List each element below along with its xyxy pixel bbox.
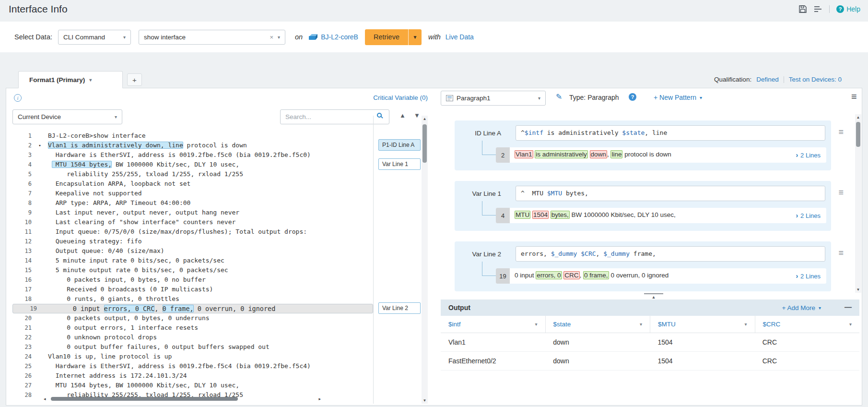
- output-column-header[interactable]: $CRC▾: [755, 316, 860, 333]
- line-number: 18: [12, 294, 32, 304]
- code-line[interactable]: 1BJ-L2-coreB>show interface: [12, 131, 373, 141]
- pattern-scrollbar[interactable]: ▲ ▼: [855, 114, 861, 293]
- menu-icon[interactable]: ≡: [851, 91, 857, 102]
- code-line[interactable]: 12 Queueing strategy: fifo: [12, 237, 373, 246]
- command-input[interactable]: [144, 34, 270, 41]
- code-line[interactable]: 21 0 output errors, 1 interface resets: [12, 323, 373, 333]
- help-button[interactable]: ? Help: [836, 5, 860, 13]
- pattern-menu-icon[interactable]: ≡: [838, 248, 844, 258]
- pattern-regex-input[interactable]: errors, $_dummy $CRC, $_dummy frame,: [516, 246, 825, 262]
- code-line[interactable]: 27 MTU 1504 bytes, BW 1000000 Kbit/sec, …: [12, 381, 373, 390]
- pattern-regex-input[interactable]: ^$intf is administratively $state, line: [516, 125, 825, 141]
- scroll-left-icon[interactable]: ◂: [44, 396, 46, 401]
- horizontal-scrollbar[interactable]: ◂ ▸: [44, 396, 321, 402]
- scroll-right-icon[interactable]: ▸: [318, 396, 321, 401]
- output-column-header[interactable]: $intf▾: [441, 316, 546, 333]
- retrieve-label: Retrieve: [365, 33, 408, 41]
- code-line[interactable]: 7 Keepalive not supported: [12, 189, 373, 198]
- scroll-up-icon[interactable]: ▲: [855, 115, 861, 120]
- test-on-devices-link[interactable]: Test on Devices: 0: [789, 76, 842, 83]
- code-line[interactable]: 4 MTU 1504 bytes, BW 1000000 Kbit/sec, D…: [12, 160, 373, 169]
- code-line[interactable]: 8 ARP type: ARPA, ARP Timeout 04:00:00: [12, 198, 373, 208]
- device-link[interactable]: BJ-L2-coreB: [308, 33, 358, 41]
- code-line[interactable]: 13 Output queue: 0/40 (size/max): [12, 246, 373, 256]
- output-columns: $intf▾$state▾$MTU▾$CRC▾: [441, 316, 859, 333]
- data-type-select[interactable]: CLI Command ▾: [58, 30, 131, 45]
- code-line[interactable]: 14 5 minute input rate 0 bits/sec, 0 pac…: [12, 256, 373, 265]
- scrollbar-thumb[interactable]: [422, 124, 427, 163]
- pattern-line-label[interactable]: Var Line 2: [378, 302, 421, 314]
- code-line[interactable]: 18 0 runts, 0 giants, 0 throttles: [12, 294, 373, 304]
- match-segment: 0 input: [515, 272, 536, 279]
- code-segment: reliability 255/255, txload 1/255, rxloa…: [48, 170, 243, 178]
- expand-lines-link[interactable]: ›2 Lines: [796, 147, 826, 163]
- code-line[interactable]: 24Vlan10 is up, line protocol is up: [12, 352, 373, 361]
- scroll-down-icon[interactable]: ▼: [422, 398, 428, 403]
- code-line[interactable]: 25 Hardware is EtherSVI, address is 0019…: [12, 361, 373, 371]
- pattern-line-label[interactable]: P1-ID Line A: [378, 139, 421, 151]
- fold-icon[interactable]: ▾: [32, 141, 48, 150]
- pattern-selector[interactable]: Paragraph1 ▾: [441, 91, 546, 106]
- code-line[interactable]: 19 0 input errors, 0 CRC, 0 frame, 0 ove…: [12, 304, 373, 313]
- log-list-icon[interactable]: [814, 5, 822, 13]
- chevron-down-icon[interactable]: ▾: [278, 35, 280, 40]
- code-line[interactable]: 20 0 packets output, 0 bytes, 0 underrun…: [12, 313, 373, 323]
- code-line[interactable]: 9 Last input never, output never, output…: [12, 208, 373, 217]
- add-more-link[interactable]: + Add More ▾: [782, 304, 821, 311]
- code-line[interactable]: 17 Received 0 broadcasts (0 IP multicast…: [12, 285, 373, 294]
- code-line[interactable]: 2▾Vlan1 is administratively down, line p…: [12, 141, 373, 150]
- expand-lines-link[interactable]: ›2 Lines: [796, 268, 826, 284]
- scrollbar-thumb[interactable]: [51, 397, 238, 401]
- question-icon[interactable]: ?: [629, 93, 636, 101]
- save-icon[interactable]: [798, 5, 807, 13]
- pattern-line-label[interactable]: Var Line 1: [378, 158, 421, 170]
- minimize-icon[interactable]: —: [845, 303, 852, 311]
- code-line[interactable]: 6 Encapsulation ARPA, loopback not set: [12, 179, 373, 189]
- code-line[interactable]: 26 Internet address is 172.24.101.3/24: [12, 371, 373, 381]
- collapse-panel-icon[interactable]: ▲: [644, 293, 663, 299]
- search-icon[interactable]: [377, 113, 382, 118]
- column-variable: $MTU: [658, 321, 676, 328]
- code-line[interactable]: 11 Input queue: 0/75/0/0 (size/max/drops…: [12, 227, 373, 237]
- pattern-regex-input[interactable]: ^ MTU $MTU bytes,: [516, 186, 825, 201]
- qualification-defined-link[interactable]: Defined: [756, 76, 779, 83]
- command-combo[interactable]: × ▾: [139, 30, 285, 45]
- scroll-up-icon[interactable]: ▲: [422, 117, 428, 121]
- pattern-name: Var Line 1: [455, 190, 501, 197]
- critical-variable-link[interactable]: Critical Variable (0): [18, 94, 428, 101]
- line-number: 13: [12, 246, 32, 256]
- add-more-label: + Add More: [782, 304, 815, 311]
- chevron-down-icon[interactable]: ▼: [409, 35, 422, 40]
- scrollbar-thumb[interactable]: [856, 122, 860, 147]
- search-prev-button[interactable]: ▲: [399, 112, 406, 119]
- code-text: Vlan1 is administratively down, line pro…: [48, 141, 247, 150]
- match-segment: protocol is down: [622, 151, 671, 158]
- clear-icon[interactable]: ×: [270, 34, 273, 41]
- match-row: 190 input errors, 0 CRC, 0 frame, 0 over…: [496, 268, 826, 284]
- code-line[interactable]: 5 reliability 255/255, txload 1/255, rxl…: [12, 169, 373, 179]
- code-line[interactable]: 10 Last clearing of "show interface" cou…: [12, 217, 373, 227]
- code-line[interactable]: 16 0 packets input, 0 bytes, 0 no buffer: [12, 275, 373, 285]
- code-line[interactable]: 22 0 unknown protocol drops: [12, 333, 373, 342]
- device-selector[interactable]: Current Device ▾: [12, 109, 122, 124]
- edit-pencil-icon[interactable]: ✎: [556, 92, 562, 101]
- search-next-button[interactable]: ▼: [414, 112, 420, 119]
- live-data-link[interactable]: Live Data: [446, 33, 474, 41]
- output-column-header[interactable]: $MTU▾: [650, 316, 755, 333]
- pattern-menu-icon[interactable]: ≡: [838, 127, 844, 137]
- pattern-menu-icon[interactable]: ≡: [838, 188, 844, 198]
- qualification-bar: Qualification: Defined Test on Devices: …: [714, 71, 842, 88]
- code-line[interactable]: 15 5 minute output rate 0 bits/sec, 0 pa…: [12, 265, 373, 275]
- line-number: 8: [12, 198, 32, 208]
- output-column-header[interactable]: $state▾: [546, 316, 651, 333]
- vertical-scrollbar[interactable]: ▲ ▼: [422, 116, 428, 404]
- retrieve-button[interactable]: Retrieve ▼: [365, 29, 422, 45]
- code-line[interactable]: 3 Hardware is EtherSVI, address is 0019.…: [12, 150, 373, 160]
- scroll-down-icon[interactable]: ▼: [855, 287, 861, 292]
- line-number: 22: [12, 333, 32, 342]
- tab-format1[interactable]: Format1 (Primary) ▾: [18, 71, 123, 88]
- add-tab-button[interactable]: +: [127, 73, 142, 86]
- code-line[interactable]: 23 0 output buffer failures, 0 output bu…: [12, 342, 373, 352]
- new-pattern-link[interactable]: + New Pattern ▾: [654, 94, 702, 101]
- expand-lines-link[interactable]: ›2 Lines: [796, 208, 826, 223]
